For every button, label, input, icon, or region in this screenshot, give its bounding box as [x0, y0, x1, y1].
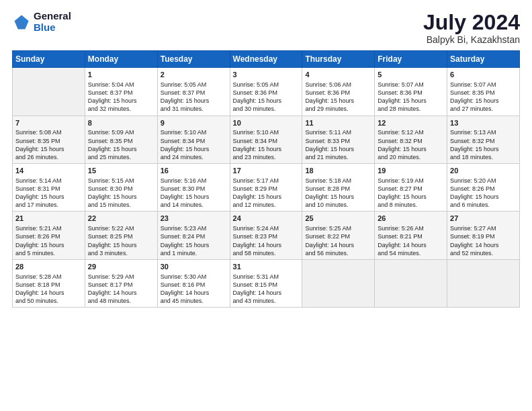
calendar-cell: 12Sunrise: 5:12 AM Sunset: 8:32 PM Dayli… [375, 116, 447, 163]
calendar-week-row: 28Sunrise: 5:28 AM Sunset: 8:18 PM Dayli… [13, 259, 520, 307]
calendar-cell: 5Sunrise: 5:07 AM Sunset: 8:36 PM Daylig… [375, 68, 447, 116]
day-content: Sunrise: 5:25 AM Sunset: 8:22 PM Dayligh… [305, 224, 371, 257]
day-number: 11 [305, 118, 371, 128]
day-content: Sunrise: 5:20 AM Sunset: 8:26 PM Dayligh… [450, 177, 517, 210]
calendar-cell: 7Sunrise: 5:08 AM Sunset: 8:35 PM Daylig… [13, 116, 85, 163]
day-number: 13 [450, 118, 517, 128]
day-number: 20 [450, 166, 517, 176]
calendar-cell: 16Sunrise: 5:16 AM Sunset: 8:30 PM Dayli… [157, 164, 230, 212]
calendar-cell: 26Sunrise: 5:26 AM Sunset: 8:21 PM Dayli… [375, 212, 447, 259]
logo-blue-text: Blue [34, 22, 71, 34]
day-number: 7 [15, 118, 82, 128]
day-content: Sunrise: 5:18 AM Sunset: 8:28 PM Dayligh… [305, 177, 371, 210]
calendar-cell [13, 68, 85, 116]
day-content: Sunrise: 5:22 AM Sunset: 8:25 PM Dayligh… [88, 224, 154, 257]
day-of-week-header: Monday [85, 51, 157, 68]
day-number: 25 [305, 214, 371, 224]
day-of-week-header: Saturday [447, 51, 520, 68]
location-subtitle: Balpyk Bi, Kazakhstan [423, 34, 520, 45]
day-content: Sunrise: 5:10 AM Sunset: 8:34 PM Dayligh… [233, 128, 300, 161]
day-number: 8 [88, 118, 154, 128]
day-content: Sunrise: 5:15 AM Sunset: 8:30 PM Dayligh… [88, 177, 154, 210]
logo: General Blue [12, 11, 71, 33]
day-number: 16 [161, 166, 227, 176]
day-content: Sunrise: 5:10 AM Sunset: 8:34 PM Dayligh… [161, 128, 227, 161]
calendar-cell: 23Sunrise: 5:23 AM Sunset: 8:24 PM Dayli… [157, 212, 230, 259]
day-number: 6 [450, 70, 517, 80]
day-number: 14 [15, 166, 82, 176]
calendar-cell: 6Sunrise: 5:07 AM Sunset: 8:35 PM Daylig… [447, 68, 520, 116]
calendar-cell [447, 259, 520, 307]
calendar-cell: 24Sunrise: 5:24 AM Sunset: 8:23 PM Dayli… [230, 212, 302, 259]
day-of-week-header: Tuesday [157, 51, 230, 68]
day-number: 18 [305, 166, 371, 176]
day-of-week-header: Thursday [302, 51, 375, 68]
day-content: Sunrise: 5:07 AM Sunset: 8:36 PM Dayligh… [378, 81, 444, 113]
day-number: 24 [233, 214, 300, 224]
day-content: Sunrise: 5:08 AM Sunset: 8:35 PM Dayligh… [15, 128, 82, 161]
day-content: Sunrise: 5:09 AM Sunset: 8:35 PM Dayligh… [88, 128, 154, 161]
calendar-cell: 3Sunrise: 5:05 AM Sunset: 8:36 PM Daylig… [230, 68, 302, 116]
calendar-cell: 2Sunrise: 5:05 AM Sunset: 8:37 PM Daylig… [157, 68, 230, 116]
day-number: 3 [233, 70, 300, 80]
day-content: Sunrise: 5:12 AM Sunset: 8:32 PM Dayligh… [378, 128, 444, 161]
day-number: 15 [88, 166, 154, 176]
calendar-cell: 21Sunrise: 5:21 AM Sunset: 8:26 PM Dayli… [13, 212, 85, 259]
month-year-title: July 2024 [423, 11, 520, 34]
logo-text: General Blue [34, 11, 71, 33]
calendar-cell: 25Sunrise: 5:25 AM Sunset: 8:22 PM Dayli… [302, 212, 375, 259]
title-block: July 2024 Balpyk Bi, Kazakhstan [423, 11, 520, 45]
day-number: 28 [15, 262, 82, 272]
day-content: Sunrise: 5:14 AM Sunset: 8:31 PM Dayligh… [15, 177, 82, 210]
calendar-cell [375, 259, 447, 307]
calendar-week-row: 7Sunrise: 5:08 AM Sunset: 8:35 PM Daylig… [13, 116, 520, 163]
day-content: Sunrise: 5:04 AM Sunset: 8:37 PM Dayligh… [88, 81, 154, 113]
calendar-page: General Blue July 2024 Balpyk Bi, Kazakh… [0, 0, 532, 411]
day-content: Sunrise: 5:05 AM Sunset: 8:36 PM Dayligh… [233, 81, 300, 113]
day-content: Sunrise: 5:24 AM Sunset: 8:23 PM Dayligh… [233, 224, 300, 257]
logo-icon [12, 13, 31, 32]
day-number: 31 [233, 262, 300, 272]
calendar-week-row: 14Sunrise: 5:14 AM Sunset: 8:31 PM Dayli… [13, 164, 520, 212]
calendar-cell: 15Sunrise: 5:15 AM Sunset: 8:30 PM Dayli… [85, 164, 157, 212]
calendar-cell [302, 259, 375, 307]
day-number: 23 [161, 214, 227, 224]
day-content: Sunrise: 5:19 AM Sunset: 8:27 PM Dayligh… [378, 177, 444, 210]
day-number: 5 [378, 70, 444, 80]
day-of-week-header: Sunday [13, 51, 85, 68]
calendar-header-row: SundayMondayTuesdayWednesdayThursdayFrid… [13, 51, 520, 68]
calendar-cell: 13Sunrise: 5:13 AM Sunset: 8:32 PM Dayli… [447, 116, 520, 163]
day-content: Sunrise: 5:28 AM Sunset: 8:18 PM Dayligh… [15, 273, 82, 306]
calendar-table: SundayMondayTuesdayWednesdayThursdayFrid… [12, 50, 520, 308]
day-content: Sunrise: 5:29 AM Sunset: 8:17 PM Dayligh… [88, 273, 154, 306]
calendar-cell: 29Sunrise: 5:29 AM Sunset: 8:17 PM Dayli… [85, 259, 157, 307]
calendar-cell: 19Sunrise: 5:19 AM Sunset: 8:27 PM Dayli… [375, 164, 447, 212]
day-number: 10 [233, 118, 300, 128]
day-number: 27 [450, 214, 517, 224]
day-content: Sunrise: 5:17 AM Sunset: 8:29 PM Dayligh… [233, 177, 300, 210]
day-number: 9 [161, 118, 227, 128]
day-number: 1 [88, 70, 154, 80]
day-content: Sunrise: 5:16 AM Sunset: 8:30 PM Dayligh… [161, 177, 227, 210]
header: General Blue July 2024 Balpyk Bi, Kazakh… [12, 11, 520, 45]
day-content: Sunrise: 5:31 AM Sunset: 8:15 PM Dayligh… [233, 273, 300, 306]
calendar-cell: 30Sunrise: 5:30 AM Sunset: 8:16 PM Dayli… [157, 259, 230, 307]
logo-general-text: General [34, 11, 71, 22]
calendar-cell: 27Sunrise: 5:27 AM Sunset: 8:19 PM Dayli… [447, 212, 520, 259]
day-number: 21 [15, 214, 82, 224]
day-content: Sunrise: 5:07 AM Sunset: 8:35 PM Dayligh… [450, 81, 517, 113]
day-number: 22 [88, 214, 154, 224]
day-content: Sunrise: 5:23 AM Sunset: 8:24 PM Dayligh… [161, 224, 227, 257]
calendar-cell: 31Sunrise: 5:31 AM Sunset: 8:15 PM Dayli… [230, 259, 302, 307]
calendar-cell: 22Sunrise: 5:22 AM Sunset: 8:25 PM Dayli… [85, 212, 157, 259]
day-of-week-header: Wednesday [230, 51, 302, 68]
day-content: Sunrise: 5:30 AM Sunset: 8:16 PM Dayligh… [161, 273, 227, 306]
day-number: 12 [378, 118, 444, 128]
calendar-cell: 18Sunrise: 5:18 AM Sunset: 8:28 PM Dayli… [302, 164, 375, 212]
day-of-week-header: Friday [375, 51, 447, 68]
calendar-cell: 4Sunrise: 5:06 AM Sunset: 8:36 PM Daylig… [302, 68, 375, 116]
day-content: Sunrise: 5:27 AM Sunset: 8:19 PM Dayligh… [450, 224, 517, 257]
calendar-cell: 28Sunrise: 5:28 AM Sunset: 8:18 PM Dayli… [13, 259, 85, 307]
day-number: 30 [161, 262, 227, 272]
calendar-cell: 10Sunrise: 5:10 AM Sunset: 8:34 PM Dayli… [230, 116, 302, 163]
